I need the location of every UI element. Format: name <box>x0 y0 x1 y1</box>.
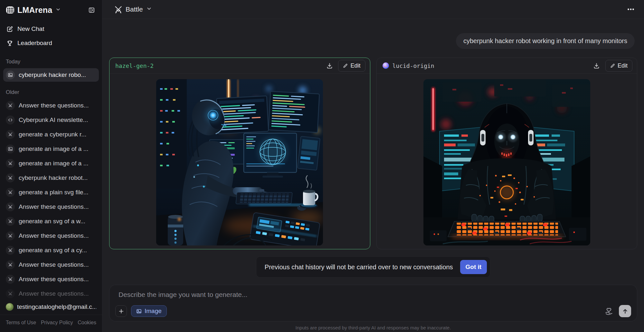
topbar: Battle <box>102 0 644 19</box>
download-button[interactable] <box>592 61 601 70</box>
image-mode-button[interactable]: Image <box>131 305 167 317</box>
battle-icon <box>6 231 15 240</box>
right-artwork <box>423 79 590 245</box>
notice-text: Previous chat history will not be carrie… <box>265 263 453 271</box>
panel-body-left <box>109 74 370 249</box>
trophy-icon <box>6 40 13 47</box>
sidebar-chat-item[interactable]: Answer these questions... <box>3 272 99 286</box>
sidebar-item-new-chat[interactable]: New Chat <box>3 22 99 36</box>
chat-title: cyberpunk hacker robo... <box>19 71 86 78</box>
generated-image-hazel-gen-2[interactable] <box>156 79 323 245</box>
account-row[interactable]: testingcataloghelp@gmail.c... <box>0 300 102 315</box>
account-email: testingcataloghelp@gmail.c... <box>17 303 96 310</box>
sidebar-chat-item[interactable]: generate an svg of a w... <box>3 215 99 228</box>
battle-icon <box>6 260 15 269</box>
mode-selector[interactable]: Battle <box>114 5 152 14</box>
more-options-button[interactable] <box>627 5 635 13</box>
edit-label: Edit <box>350 62 360 69</box>
nav-label: Leaderboard <box>17 40 52 47</box>
sidebar-chat-item[interactable]: Cyberpunk AI newslette... <box>3 113 99 127</box>
avatar <box>6 303 14 311</box>
chat-title: Answer these questions... <box>19 102 89 109</box>
battle-icon <box>6 188 15 197</box>
sidebar-chat-item[interactable]: Answer these questions... <box>3 258 99 272</box>
battle-panels: hazel-gen-2 <box>109 58 637 249</box>
image-mode-label: Image <box>145 308 162 315</box>
panel-header-right: lucid-origin <box>377 58 637 74</box>
chat-title: generate a cyberpunk r... <box>19 131 86 138</box>
brand-menu[interactable]: LMArena <box>6 5 61 15</box>
chevron-down-icon <box>56 7 61 13</box>
main-area: Battle cyberpunk hacker robot working in… <box>102 0 644 332</box>
battle-icon <box>6 246 15 255</box>
cookies-link[interactable]: Cookies <box>78 320 96 332</box>
chat-title: generate an image of a ... <box>19 160 89 167</box>
sidebar-chat-item[interactable]: Answer these questions... <box>3 200 99 214</box>
sidebar: LMArena New Chat <box>0 0 102 332</box>
chat-title: generate an svg of a w... <box>19 218 85 225</box>
brand-name: LMArena <box>17 5 52 15</box>
chat-title: Answer these questions... <box>19 203 89 210</box>
model-name-left: hazel-gen-2 <box>115 62 154 69</box>
privacy-link[interactable]: Privacy Policy <box>41 320 73 332</box>
battle-icon <box>6 289 15 298</box>
composer: Image <box>109 285 637 321</box>
notice-row: Previous chat history will not be carrie… <box>109 256 637 278</box>
download-button[interactable] <box>325 61 334 70</box>
chat-title: Answer these questions... <box>19 290 89 297</box>
chat-content: cyberpunk hacker robot working in front … <box>102 19 644 332</box>
sidebar-chat-item[interactable]: Answer these questions... <box>3 229 99 243</box>
sidebar-section-label: Older <box>3 83 99 99</box>
battle-icon <box>6 275 15 284</box>
sidebar-item-leaderboard[interactable]: Leaderboard <box>3 36 99 50</box>
image-icon <box>136 309 142 314</box>
sidebar-chat-item[interactable]: generate a cyberpunk r... <box>3 128 99 141</box>
chat-title: generate an svg of a cy... <box>19 247 87 254</box>
mode-label: Battle <box>126 5 143 13</box>
sidebar-chat-item[interactable]: generate an image of a ... <box>3 157 99 170</box>
chat-title: Answer these questions... <box>19 276 89 283</box>
got-it-button[interactable]: Got it <box>460 260 487 274</box>
sidebar-nav: New Chat Leaderboard <box>0 19 102 50</box>
sidebar-chat-item[interactable]: generate an image of a ... <box>3 142 99 156</box>
prompt-row: cyberpunk hacker robot working in front … <box>109 33 637 49</box>
add-attachment-button[interactable] <box>115 305 127 317</box>
sidebar-chat-item[interactable]: generate an svg of a cy... <box>3 244 99 257</box>
send-button[interactable] <box>619 305 631 317</box>
sidebar-collapse-button[interactable] <box>87 5 96 15</box>
disclaimer: Inputs are processed by third-party AI a… <box>109 321 637 330</box>
history-notice: Previous chat history will not be carrie… <box>256 256 490 278</box>
hand-heart-icon[interactable] <box>605 307 613 316</box>
composer-right-actions <box>605 305 631 317</box>
sidebar-section-label: Today <box>3 52 99 68</box>
sidebar-chat-item[interactable]: Answer these questions... <box>3 287 99 300</box>
image-icon <box>6 70 15 79</box>
battle-icon <box>6 130 15 139</box>
panel-actions-left: Edit <box>325 60 365 72</box>
panel-actions-right: Edit <box>592 60 632 72</box>
pencil-icon <box>343 63 348 68</box>
model-panel-right: lucid-origin <box>376 58 638 249</box>
app: LMArena New Chat <box>0 0 644 332</box>
chat-title: cyberpunk hacker robot... <box>19 174 88 181</box>
sidebar-chat-item[interactable]: Answer these questions... <box>3 99 99 112</box>
image-icon <box>6 144 15 153</box>
panel-header-left: hazel-gen-2 <box>109 58 370 74</box>
sidebar-chat-item[interactable]: generate a plain svg file... <box>3 186 99 199</box>
sidebar-chat-item[interactable]: cyberpunk hacker robo... <box>3 68 99 82</box>
sidebar-chat-list[interactable]: Todaycyberpunk hacker robo...OlderAnswer… <box>0 50 102 300</box>
edit-button[interactable]: Edit <box>605 60 632 72</box>
sidebar-chat-item[interactable]: cyberpunk hacker robot... <box>3 171 99 185</box>
terms-link[interactable]: Terms of Use <box>6 320 36 332</box>
user-prompt-bubble: cyberpunk hacker robot working in front … <box>456 33 635 49</box>
chat-title: generate an image of a ... <box>19 145 89 152</box>
edit-button[interactable]: Edit <box>338 60 365 72</box>
prompt-input[interactable] <box>115 291 631 305</box>
chat-title: generate a plain svg file... <box>19 189 89 196</box>
lucid-origin-logo-icon <box>383 62 389 69</box>
model-panel-left: hazel-gen-2 <box>109 58 370 249</box>
panel-body-right <box>377 74 637 249</box>
new-chat-icon <box>6 26 13 32</box>
generated-image-lucid-origin[interactable] <box>423 79 590 245</box>
battle-icon <box>6 217 15 226</box>
